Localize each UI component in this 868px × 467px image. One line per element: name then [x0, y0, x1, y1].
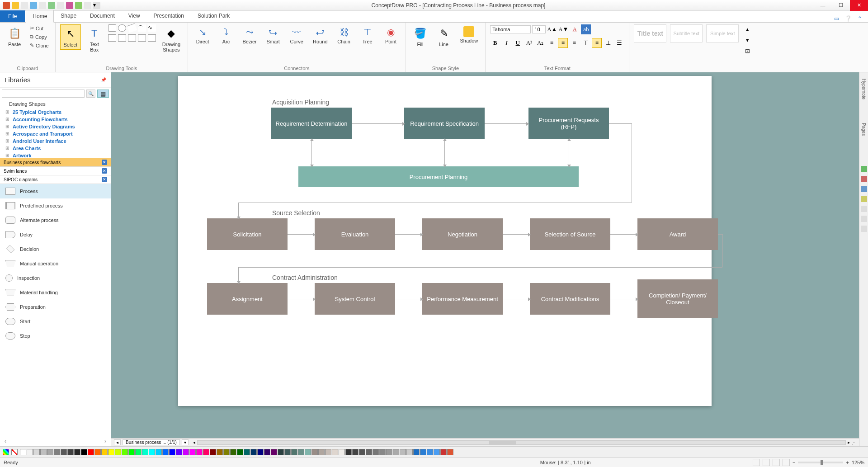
rbar-icon[interactable] [861, 196, 867, 202]
connector-tree[interactable]: ⊤Tree [358, 24, 377, 46]
color-swatch[interactable] [115, 449, 121, 455]
select-tool-button[interactable]: ↖ Select [60, 24, 81, 50]
color-swatch[interactable] [128, 449, 135, 455]
polygon-icon[interactable] [118, 34, 126, 42]
canvas-wrap[interactable]: Acquisition Planning Requirement Determi… [111, 72, 859, 446]
help-icon[interactable]: ❔ [844, 15, 852, 22]
page-dropdown-button[interactable]: ▾ [182, 439, 189, 445]
file-tab[interactable]: File [0, 10, 25, 22]
color-swatch[interactable] [74, 449, 80, 455]
shape-predefined-process[interactable]: Predefined process [0, 198, 111, 213]
color-swatch[interactable] [142, 449, 148, 455]
color-swatch[interactable] [54, 449, 60, 455]
color-swatch[interactable] [379, 449, 386, 455]
color-swatch[interactable] [27, 449, 33, 455]
tab-document[interactable]: Document [83, 9, 122, 22]
line-button[interactable]: ✎Line [434, 24, 454, 49]
library-tree[interactable]: Drawing Shapes 25 Typical Orgcharts Acco… [0, 99, 111, 158]
bold-button[interactable]: B [490, 38, 500, 48]
page-name[interactable]: Business process ... (1/1) [123, 439, 180, 445]
font-color-icon[interactable]: A [570, 24, 580, 34]
color-swatch[interactable] [278, 449, 284, 455]
diagram-box[interactable]: Negotiation [422, 218, 503, 250]
shadow-button[interactable]: Shadow [458, 24, 481, 45]
color-swatch[interactable] [264, 449, 270, 455]
shape-stop[interactable]: Stop [0, 329, 111, 343]
color-swatch[interactable] [366, 449, 372, 455]
ellipse-shape-icon[interactable] [118, 24, 126, 32]
search-input[interactable] [2, 90, 85, 98]
qat-copy-icon[interactable] [75, 2, 82, 9]
underline-button[interactable]: U [513, 38, 523, 48]
diagram-box[interactable]: Evaluation [315, 218, 395, 250]
horizontal-scrollbar[interactable] [197, 440, 846, 445]
color-swatch[interactable] [169, 449, 175, 455]
scroll-left-icon[interactable]: ◂ [193, 440, 195, 445]
next-icon[interactable]: › [104, 438, 106, 444]
color-swatch[interactable] [122, 449, 128, 455]
prev-icon[interactable]: ‹ [5, 438, 6, 444]
align-left-icon[interactable]: ≡ [547, 38, 557, 48]
connector-round[interactable]: ⮐Round [310, 24, 330, 46]
diagram-box[interactable]: Requirement Determination [271, 108, 352, 139]
search-button[interactable]: 🔍 [86, 90, 95, 98]
clone-button[interactable]: ✎Clone [28, 42, 51, 49]
color-swatch[interactable] [108, 449, 114, 455]
color-swatch[interactable] [223, 449, 230, 455]
color-swatch[interactable] [325, 449, 331, 455]
spline-shape-icon[interactable]: ∿ [148, 24, 156, 32]
shape-manual-operation[interactable]: Manual operation [0, 256, 111, 271]
color-swatch[interactable] [156, 449, 162, 455]
pages-tab[interactable]: Pages [860, 120, 867, 138]
pin-icon[interactable]: 📌 [101, 77, 106, 82]
tree-item[interactable]: Artwork [0, 152, 111, 158]
color-swatch[interactable] [440, 449, 447, 455]
style-simple[interactable]: Simple text [706, 24, 739, 42]
close-icon[interactable]: ✕ [102, 160, 107, 165]
color-swatch[interactable] [406, 449, 413, 455]
zoom-label[interactable]: 125% [852, 460, 864, 465]
rbar-icon[interactable] [861, 206, 867, 212]
color-swatch[interactable] [203, 449, 209, 455]
drawing-shapes-button[interactable]: ◆ Drawing Shapes [160, 24, 183, 54]
color-swatch[interactable] [183, 449, 189, 455]
color-swatch[interactable] [393, 449, 399, 455]
font-family-select[interactable]: Tahoma [490, 25, 531, 33]
color-swatch[interactable] [94, 449, 101, 455]
color-swatch[interactable] [149, 449, 155, 455]
color-swatch[interactable] [318, 449, 325, 455]
arc-shape-icon[interactable]: ⌒ [138, 24, 146, 32]
status-icon[interactable] [753, 459, 760, 466]
no-color-swatch[interactable] [11, 449, 18, 455]
hypernote-tab[interactable]: Hypernote [860, 76, 867, 102]
qat-open-icon[interactable] [21, 2, 28, 9]
qat-save-icon[interactable] [30, 2, 37, 9]
connector-chain[interactable]: ⛓Chain [334, 24, 354, 46]
shapes-list[interactable]: Process Predefined process Alternate pro… [0, 184, 111, 436]
color-swatch[interactable] [373, 449, 379, 455]
shape-decision[interactable]: Decision [0, 242, 111, 256]
libtab-business-process[interactable]: Business process flowcharts✕ [0, 158, 111, 167]
diagram-box[interactable]: Procurement Planning [298, 166, 579, 187]
view-mode-button[interactable]: ▤ [97, 90, 109, 98]
shape-process[interactable]: Process [0, 184, 111, 198]
color-swatch[interactable] [47, 449, 53, 455]
diagram-box[interactable]: Procurement Requests (RFP) [528, 108, 609, 139]
tab-shape[interactable]: Shape [54, 9, 83, 22]
color-swatch[interactable] [135, 449, 142, 455]
shape-inspection[interactable]: Inspection [0, 271, 111, 285]
align-top-icon[interactable]: ⊤ [580, 38, 590, 48]
diagram-box[interactable]: Completion/ Payment/ Closeout [637, 279, 718, 318]
window-icon[interactable]: ▭ [833, 15, 840, 22]
diagram-box[interactable]: Performance Measurement [422, 283, 503, 315]
color-swatch[interactable] [447, 449, 453, 455]
close-button[interactable]: ✕ [850, 0, 868, 11]
shrink-font-icon[interactable]: A▼ [558, 24, 568, 34]
color-swatch[interactable] [332, 449, 338, 455]
status-icon[interactable] [763, 459, 770, 466]
paste-button[interactable]: 📋 Paste [5, 24, 24, 49]
styles-up-icon[interactable]: ▴ [742, 24, 752, 34]
style-title[interactable]: Title text [634, 24, 666, 42]
scroll-right-icon[interactable]: ▸ [848, 440, 850, 445]
collapse-ribbon-icon[interactable]: ⌃ [856, 15, 863, 22]
